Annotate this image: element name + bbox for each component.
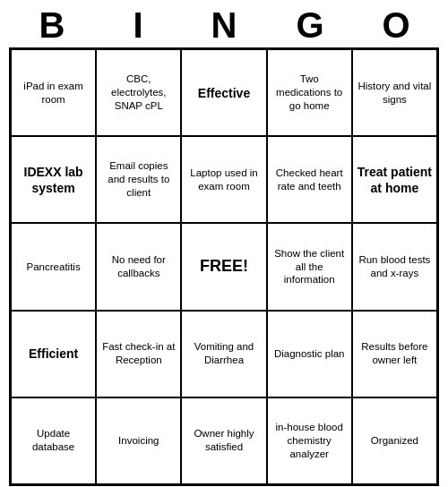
bingo-cell-3: Two medications to go home	[267, 49, 352, 136]
bingo-cell-14: Run blood tests and x-rays	[352, 223, 437, 310]
bingo-cell-16: Fast check-in at Reception	[96, 311, 181, 397]
bingo-cell-21: Invoicing	[96, 397, 181, 484]
bingo-letter-n: N	[185, 5, 263, 46]
bingo-grid: iPad in exam roomCBC, electrolytes, SNAP…	[9, 47, 439, 486]
bingo-cell-4: History and vital signs	[352, 49, 437, 136]
bingo-letter-i: I	[99, 5, 177, 46]
bingo-cell-24: Organized	[352, 397, 437, 484]
bingo-cell-15: Efficient	[11, 311, 96, 397]
bingo-letter-o: O	[357, 5, 435, 46]
bingo-cell-0: iPad in exam room	[11, 49, 96, 136]
bingo-cell-2: Effective	[181, 49, 266, 136]
bingo-cell-12: FREE!	[181, 223, 266, 310]
bingo-cell-13: Show the client all the information	[267, 223, 352, 310]
bingo-cell-9: Treat patient at home	[352, 136, 437, 223]
bingo-cell-17: Vomiting and Diarrhea	[181, 311, 266, 397]
bingo-header: BINGO	[9, 0, 439, 47]
bingo-letter-g: G	[271, 5, 349, 46]
bingo-cell-11: No need for callbacks	[96, 223, 181, 310]
bingo-letter-b: B	[13, 5, 91, 46]
bingo-cell-22: Owner highly satisfied	[181, 397, 266, 484]
bingo-cell-20: Update database	[11, 397, 96, 484]
bingo-cell-23: in-house blood chemistry analyzer	[267, 397, 352, 484]
bingo-cell-10: Pancreatitis	[11, 223, 96, 310]
bingo-cell-7: Laptop used in exam room	[181, 136, 266, 223]
bingo-cell-5: IDEXX lab system	[11, 136, 96, 223]
bingo-cell-6: Email copies and results to client	[96, 136, 181, 223]
bingo-cell-1: CBC, electrolytes, SNAP cPL	[96, 49, 181, 136]
bingo-cell-18: Diagnostic plan	[267, 311, 352, 397]
bingo-cell-8: Checked heart rate and teeth	[267, 136, 352, 223]
bingo-cell-19: Results before owner left	[352, 311, 437, 397]
